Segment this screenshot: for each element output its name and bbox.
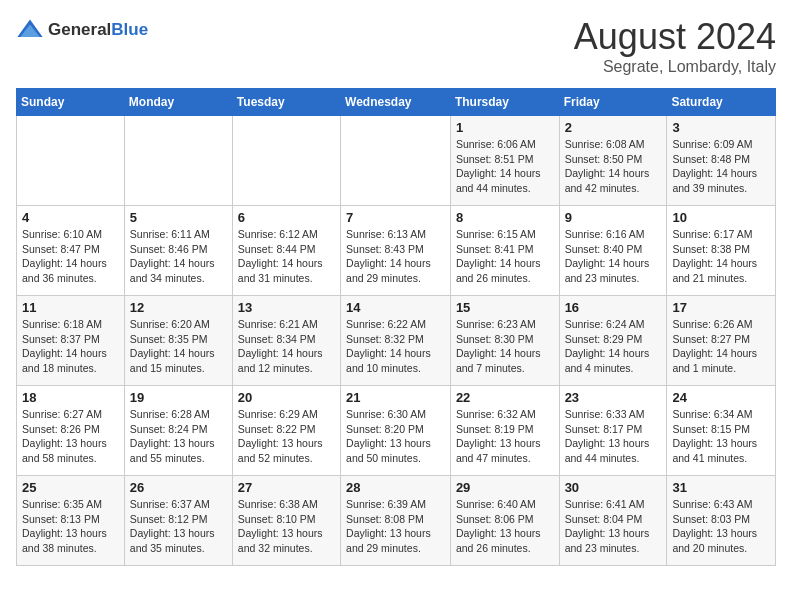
calendar-week-row: 4Sunrise: 6:10 AM Sunset: 8:47 PM Daylig… xyxy=(17,206,776,296)
day-number: 8 xyxy=(456,210,554,225)
calendar-cell: 20Sunrise: 6:29 AM Sunset: 8:22 PM Dayli… xyxy=(232,386,340,476)
day-info: Sunrise: 6:23 AM Sunset: 8:30 PM Dayligh… xyxy=(456,317,554,376)
day-number: 10 xyxy=(672,210,770,225)
calendar-table: SundayMondayTuesdayWednesdayThursdayFrid… xyxy=(16,88,776,566)
day-number: 29 xyxy=(456,480,554,495)
day-info: Sunrise: 6:30 AM Sunset: 8:20 PM Dayligh… xyxy=(346,407,445,466)
day-number: 5 xyxy=(130,210,227,225)
calendar-cell xyxy=(17,116,125,206)
day-number: 23 xyxy=(565,390,662,405)
calendar-week-row: 1Sunrise: 6:06 AM Sunset: 8:51 PM Daylig… xyxy=(17,116,776,206)
calendar-cell: 27Sunrise: 6:38 AM Sunset: 8:10 PM Dayli… xyxy=(232,476,340,566)
day-number: 3 xyxy=(672,120,770,135)
day-number: 19 xyxy=(130,390,227,405)
day-info: Sunrise: 6:10 AM Sunset: 8:47 PM Dayligh… xyxy=(22,227,119,286)
weekday-header: Monday xyxy=(124,89,232,116)
day-info: Sunrise: 6:11 AM Sunset: 8:46 PM Dayligh… xyxy=(130,227,227,286)
day-number: 2 xyxy=(565,120,662,135)
calendar-week-row: 11Sunrise: 6:18 AM Sunset: 8:37 PM Dayli… xyxy=(17,296,776,386)
day-info: Sunrise: 6:17 AM Sunset: 8:38 PM Dayligh… xyxy=(672,227,770,286)
month-title: August 2024 xyxy=(574,16,776,58)
day-info: Sunrise: 6:26 AM Sunset: 8:27 PM Dayligh… xyxy=(672,317,770,376)
calendar-cell: 13Sunrise: 6:21 AM Sunset: 8:34 PM Dayli… xyxy=(232,296,340,386)
calendar-cell: 24Sunrise: 6:34 AM Sunset: 8:15 PM Dayli… xyxy=(667,386,776,476)
day-number: 1 xyxy=(456,120,554,135)
day-number: 21 xyxy=(346,390,445,405)
calendar-cell: 30Sunrise: 6:41 AM Sunset: 8:04 PM Dayli… xyxy=(559,476,667,566)
day-info: Sunrise: 6:06 AM Sunset: 8:51 PM Dayligh… xyxy=(456,137,554,196)
calendar-cell xyxy=(341,116,451,206)
weekday-header: Saturday xyxy=(667,89,776,116)
calendar-cell: 16Sunrise: 6:24 AM Sunset: 8:29 PM Dayli… xyxy=(559,296,667,386)
calendar-cell: 12Sunrise: 6:20 AM Sunset: 8:35 PM Dayli… xyxy=(124,296,232,386)
day-number: 7 xyxy=(346,210,445,225)
day-info: Sunrise: 6:27 AM Sunset: 8:26 PM Dayligh… xyxy=(22,407,119,466)
calendar-cell: 26Sunrise: 6:37 AM Sunset: 8:12 PM Dayli… xyxy=(124,476,232,566)
logo-icon xyxy=(16,16,44,44)
day-info: Sunrise: 6:35 AM Sunset: 8:13 PM Dayligh… xyxy=(22,497,119,556)
calendar-cell: 28Sunrise: 6:39 AM Sunset: 8:08 PM Dayli… xyxy=(341,476,451,566)
day-number: 26 xyxy=(130,480,227,495)
day-number: 27 xyxy=(238,480,335,495)
day-number: 22 xyxy=(456,390,554,405)
calendar-cell: 4Sunrise: 6:10 AM Sunset: 8:47 PM Daylig… xyxy=(17,206,125,296)
day-number: 12 xyxy=(130,300,227,315)
day-info: Sunrise: 6:22 AM Sunset: 8:32 PM Dayligh… xyxy=(346,317,445,376)
calendar-cell: 14Sunrise: 6:22 AM Sunset: 8:32 PM Dayli… xyxy=(341,296,451,386)
day-info: Sunrise: 6:09 AM Sunset: 8:48 PM Dayligh… xyxy=(672,137,770,196)
calendar-cell: 3Sunrise: 6:09 AM Sunset: 8:48 PM Daylig… xyxy=(667,116,776,206)
calendar-cell: 1Sunrise: 6:06 AM Sunset: 8:51 PM Daylig… xyxy=(450,116,559,206)
calendar-cell: 19Sunrise: 6:28 AM Sunset: 8:24 PM Dayli… xyxy=(124,386,232,476)
day-number: 20 xyxy=(238,390,335,405)
day-number: 14 xyxy=(346,300,445,315)
day-info: Sunrise: 6:39 AM Sunset: 8:08 PM Dayligh… xyxy=(346,497,445,556)
day-number: 11 xyxy=(22,300,119,315)
calendar-cell xyxy=(232,116,340,206)
weekday-header-row: SundayMondayTuesdayWednesdayThursdayFrid… xyxy=(17,89,776,116)
day-number: 9 xyxy=(565,210,662,225)
calendar-cell: 31Sunrise: 6:43 AM Sunset: 8:03 PM Dayli… xyxy=(667,476,776,566)
calendar-week-row: 18Sunrise: 6:27 AM Sunset: 8:26 PM Dayli… xyxy=(17,386,776,476)
calendar-cell: 15Sunrise: 6:23 AM Sunset: 8:30 PM Dayli… xyxy=(450,296,559,386)
day-number: 31 xyxy=(672,480,770,495)
day-number: 17 xyxy=(672,300,770,315)
calendar-cell: 7Sunrise: 6:13 AM Sunset: 8:43 PM Daylig… xyxy=(341,206,451,296)
logo-general: GeneralBlue xyxy=(48,20,148,40)
day-number: 15 xyxy=(456,300,554,315)
day-info: Sunrise: 6:32 AM Sunset: 8:19 PM Dayligh… xyxy=(456,407,554,466)
calendar-cell: 2Sunrise: 6:08 AM Sunset: 8:50 PM Daylig… xyxy=(559,116,667,206)
day-info: Sunrise: 6:29 AM Sunset: 8:22 PM Dayligh… xyxy=(238,407,335,466)
calendar-cell: 29Sunrise: 6:40 AM Sunset: 8:06 PM Dayli… xyxy=(450,476,559,566)
weekday-header: Friday xyxy=(559,89,667,116)
day-info: Sunrise: 6:40 AM Sunset: 8:06 PM Dayligh… xyxy=(456,497,554,556)
day-info: Sunrise: 6:38 AM Sunset: 8:10 PM Dayligh… xyxy=(238,497,335,556)
day-number: 6 xyxy=(238,210,335,225)
day-number: 13 xyxy=(238,300,335,315)
calendar-cell: 5Sunrise: 6:11 AM Sunset: 8:46 PM Daylig… xyxy=(124,206,232,296)
day-info: Sunrise: 6:24 AM Sunset: 8:29 PM Dayligh… xyxy=(565,317,662,376)
day-info: Sunrise: 6:20 AM Sunset: 8:35 PM Dayligh… xyxy=(130,317,227,376)
weekday-header: Tuesday xyxy=(232,89,340,116)
day-info: Sunrise: 6:08 AM Sunset: 8:50 PM Dayligh… xyxy=(565,137,662,196)
day-info: Sunrise: 6:16 AM Sunset: 8:40 PM Dayligh… xyxy=(565,227,662,286)
calendar-cell: 10Sunrise: 6:17 AM Sunset: 8:38 PM Dayli… xyxy=(667,206,776,296)
day-number: 18 xyxy=(22,390,119,405)
calendar-cell: 23Sunrise: 6:33 AM Sunset: 8:17 PM Dayli… xyxy=(559,386,667,476)
calendar-cell: 22Sunrise: 6:32 AM Sunset: 8:19 PM Dayli… xyxy=(450,386,559,476)
calendar-cell: 9Sunrise: 6:16 AM Sunset: 8:40 PM Daylig… xyxy=(559,206,667,296)
calendar-week-row: 25Sunrise: 6:35 AM Sunset: 8:13 PM Dayli… xyxy=(17,476,776,566)
calendar-cell: 17Sunrise: 6:26 AM Sunset: 8:27 PM Dayli… xyxy=(667,296,776,386)
title-block: August 2024 Segrate, Lombardy, Italy xyxy=(574,16,776,76)
calendar-cell: 18Sunrise: 6:27 AM Sunset: 8:26 PM Dayli… xyxy=(17,386,125,476)
day-number: 30 xyxy=(565,480,662,495)
day-number: 4 xyxy=(22,210,119,225)
page-header: GeneralBlue August 2024 Segrate, Lombard… xyxy=(16,16,776,76)
day-info: Sunrise: 6:37 AM Sunset: 8:12 PM Dayligh… xyxy=(130,497,227,556)
day-number: 24 xyxy=(672,390,770,405)
day-info: Sunrise: 6:15 AM Sunset: 8:41 PM Dayligh… xyxy=(456,227,554,286)
day-info: Sunrise: 6:28 AM Sunset: 8:24 PM Dayligh… xyxy=(130,407,227,466)
logo: GeneralBlue xyxy=(16,16,148,44)
calendar-cell xyxy=(124,116,232,206)
calendar-cell: 8Sunrise: 6:15 AM Sunset: 8:41 PM Daylig… xyxy=(450,206,559,296)
day-info: Sunrise: 6:41 AM Sunset: 8:04 PM Dayligh… xyxy=(565,497,662,556)
